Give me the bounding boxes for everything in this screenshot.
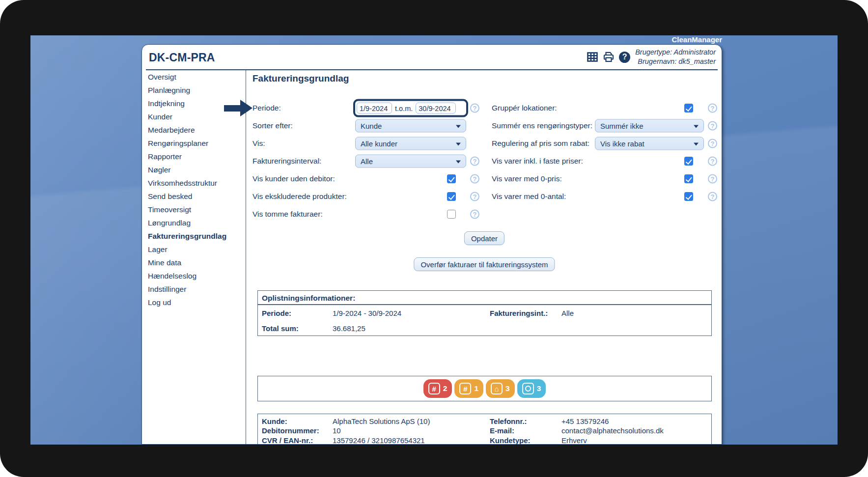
sidebar-item-send-besked[interactable]: Send besked	[142, 190, 246, 203]
price-regulation-select[interactable]: Vis ikke rabat	[595, 137, 704, 150]
window-header: DK-CM-PRA ? Brugertype: Administrator Br	[146, 45, 718, 70]
sidebar: Oversigt Planlægning Indtjekning Kunder …	[142, 70, 246, 444]
house-icon: ⌂	[491, 383, 503, 394]
sidebar-item-indstillinger[interactable]: Indstillinger	[142, 282, 246, 296]
help-icon[interactable]	[708, 139, 717, 148]
sum-cleaning-types-select[interactable]: Summér ikke	[595, 119, 704, 133]
show-select[interactable]: Alle kunder	[355, 137, 466, 150]
period-row: Periode: t.o.m.	[252, 99, 483, 117]
form-row: Summér ens rengøringstyper: Summér ikke	[492, 117, 722, 135]
hash-icon: #	[428, 383, 440, 394]
chevron-down-icon	[694, 125, 699, 128]
show-items-fixed-prices-checkbox[interactable]	[684, 157, 693, 166]
help-icon[interactable]	[470, 174, 479, 184]
table-grid-icon[interactable]	[587, 51, 598, 63]
chevron-down-icon	[456, 160, 461, 163]
sidebar-item-kunder[interactable]: Kunder	[142, 110, 246, 123]
period-separator: t.o.m.	[395, 104, 413, 112]
form-row: Vis varer med 0-pris:	[492, 170, 722, 188]
form-row: Vis ekskluderede produkter:	[252, 188, 483, 205]
help-icon[interactable]: ?	[619, 52, 630, 63]
sidebar-item-log-ud[interactable]: Log ud	[142, 296, 246, 309]
sidebar-item-planlaegning[interactable]: Planlægning	[142, 84, 246, 97]
house-badge[interactable]: ⌂ 3	[486, 379, 515, 398]
circle-icon	[522, 383, 534, 394]
badge-bar: # 2 # 1 ⌂ 3 3	[257, 376, 712, 401]
period-highlight: t.o.m.	[353, 99, 468, 117]
sidebar-item-haendelseslog[interactable]: Hændelseslog	[142, 269, 246, 282]
form-row: Sorter efter: Kunde	[252, 117, 483, 135]
sidebar-item-virksomhedsstruktur[interactable]: Virksomhedsstruktur	[142, 176, 246, 190]
table-row: CVR / EAN-nr.: 13579246 / 3210987654321 …	[258, 435, 711, 445]
chevron-down-icon	[456, 142, 461, 145]
screen-frame: CleanManager DK-CM-PRA ?	[0, 0, 868, 477]
help-icon[interactable]	[708, 104, 717, 113]
cleanmanager-brand: CleanManager	[672, 35, 722, 44]
show-items-zero-price-checkbox[interactable]	[684, 174, 693, 183]
period-from-input[interactable]	[357, 103, 392, 114]
sidebar-item-nogler[interactable]: Nøgler	[142, 163, 246, 176]
user-name: Brugernavn: dk5_master	[635, 57, 716, 66]
main-content: Faktureringsgrundlag Periode: t.o.m. Sor…	[246, 70, 722, 444]
help-icon[interactable]	[470, 104, 479, 113]
sort-by-select[interactable]: Kunde	[355, 119, 466, 133]
form-row: Vis tomme fakturaer:	[252, 205, 483, 223]
form-row: Faktureringsinterval: Alle	[252, 152, 483, 170]
printer-icon[interactable]	[603, 51, 615, 63]
table-row: Debitornummer: 10 E-mail: contact@alphat…	[258, 426, 711, 436]
sidebar-item-mine-data[interactable]: Mine data	[142, 256, 246, 269]
hash-icon: #	[459, 383, 471, 394]
help-icon[interactable]	[470, 157, 479, 166]
invoicing-interval-select[interactable]: Alle	[355, 155, 466, 168]
chevron-down-icon	[694, 142, 699, 145]
form-row: Vis kunder uden debitor:	[252, 170, 483, 188]
table-row: Periode: 1/9-2024 - 30/9-2024 Fakturerin…	[258, 305, 711, 320]
customer-info-table: Kunde: AlphaTech Solutions ApS (10) Tele…	[257, 414, 712, 445]
show-empty-invoices-checkbox[interactable]	[447, 210, 456, 219]
show-customers-without-debtor-checkbox[interactable]	[447, 174, 456, 183]
page-title: Faktureringsgrundlag	[252, 73, 349, 84]
period-to-input[interactable]	[416, 103, 456, 114]
app-window: DK-CM-PRA ? Brugertype: Administrator Br	[141, 44, 722, 445]
help-icon[interactable]	[708, 157, 717, 166]
listing-info-title: Oplistningsinformationer:	[258, 291, 711, 305]
period-label: Periode:	[252, 104, 281, 112]
hash-badge[interactable]: # 1	[454, 379, 483, 398]
show-excluded-products-checkbox[interactable]	[447, 192, 456, 201]
app-title: DK-CM-PRA	[149, 51, 215, 64]
sidebar-item-timeoversigt[interactable]: Timeoversigt	[142, 203, 246, 216]
help-icon[interactable]	[708, 174, 717, 184]
desktop-background: CleanManager DK-CM-PRA ?	[30, 35, 838, 445]
table-row: Total sum: 36.681,25	[258, 320, 711, 336]
hash-badge[interactable]: # 2	[423, 379, 452, 398]
chevron-down-icon	[456, 125, 461, 128]
form-row: Vis varer inkl. i faste priser:	[492, 152, 722, 170]
table-row: Kunde: AlphaTech Solutions ApS (10) Tele…	[258, 416, 711, 426]
form-row: Vis varer med 0-antal:	[492, 188, 722, 205]
update-button[interactable]: Opdater	[464, 231, 504, 245]
sidebar-item-longrundlag[interactable]: Løngrundlag	[142, 216, 246, 229]
sidebar-item-rapporter[interactable]: Rapporter	[142, 150, 246, 163]
transfer-invoices-button[interactable]: Overfør fakturaer til faktureringssystem	[414, 257, 555, 271]
help-icon[interactable]	[708, 121, 717, 131]
listing-info-table: Oplistningsinformationer: Periode: 1/9-2…	[257, 290, 712, 336]
help-icon[interactable]	[470, 192, 479, 201]
help-icon[interactable]	[470, 210, 479, 219]
form-row: Regulering af pris som rabat: Vis ikke r…	[492, 135, 722, 152]
form-row: Vis: Alle kunder	[252, 135, 483, 152]
sidebar-item-medarbejdere[interactable]: Medarbejdere	[142, 123, 246, 137]
help-icon[interactable]	[708, 192, 717, 201]
sidebar-item-rengoringsplaner[interactable]: Rengøringsplaner	[142, 137, 246, 150]
sidebar-item-lager[interactable]: Lager	[142, 243, 246, 256]
show-items-zero-quantity-checkbox[interactable]	[684, 192, 693, 201]
group-locations-checkbox[interactable]	[684, 104, 693, 112]
form-row: Gruppér lokationer:	[492, 99, 722, 117]
user-type: Brugertype: Administrator	[635, 48, 716, 57]
sidebar-item-oversigt[interactable]: Oversigt	[142, 70, 246, 84]
sidebar-item-faktureringsgrundlag[interactable]: Faktureringsgrundlag	[142, 229, 246, 243]
camera-badge[interactable]: 3	[517, 379, 546, 398]
